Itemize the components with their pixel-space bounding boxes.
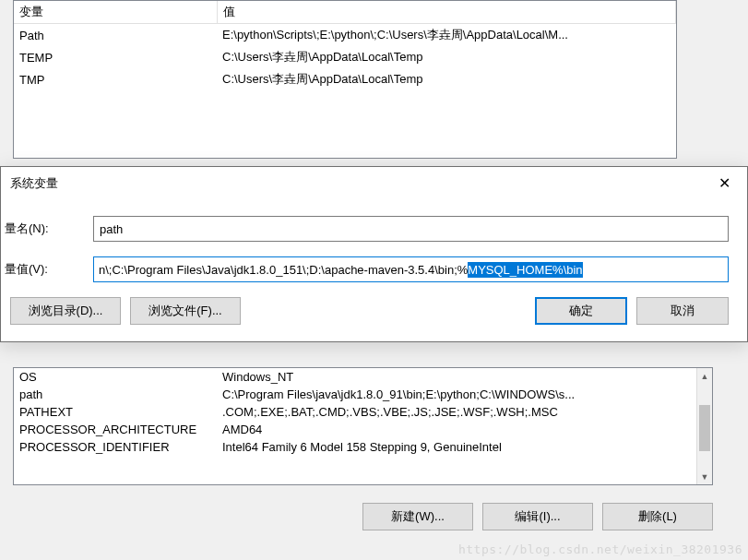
system-variables-buttons: 新建(W)... 编辑(I)... 删除(L) (362, 503, 713, 530)
table-header-row: 变量 值 (14, 1, 676, 24)
cell-val: Intel64 Family 6 Model 158 Stepping 9, G… (217, 438, 712, 456)
browse-file-button[interactable]: 浏览文件(F)... (130, 297, 241, 325)
scrollbar[interactable]: ▲ ▼ (696, 368, 712, 484)
table-row[interactable]: path C:\Program Files\java\jdk1.8.0_91\b… (14, 386, 712, 403)
cell-var: path (14, 386, 217, 403)
table-row[interactable]: TMP C:\Users\李垚周\AppData\Local\Temp (14, 68, 676, 90)
table-row[interactable]: PATHEXT .COM;.EXE;.BAT;.CMD;.VBS;.VBE;.J… (14, 403, 712, 421)
user-variables-table: 变量 值 Path E:\python\Scripts\;E:\python\;… (13, 0, 677, 159)
col-value[interactable]: 值 (217, 1, 676, 24)
cell-val: AMD64 (217, 421, 712, 438)
browse-directory-button[interactable]: 浏览目录(D)... (10, 297, 121, 325)
ok-button[interactable]: 确定 (535, 297, 627, 325)
cell-var: OS (14, 368, 217, 386)
table-row[interactable]: OS Windows_NT (14, 368, 712, 386)
value-selection: MYSQL_HOME%\bin (468, 262, 582, 278)
table-row[interactable]: Path E:\python\Scripts\;E:\python\;C:\Us… (14, 24, 676, 47)
cell-var: TEMP (14, 46, 217, 68)
system-variables-table: OS Windows_NT path C:\Program Files\java… (13, 367, 713, 485)
cell-var: PATHEXT (14, 403, 217, 421)
variable-value-input[interactable]: n\;C:\Program Files\Java\jdk1.8.0_151\;D… (93, 256, 729, 282)
dialog-titlebar[interactable]: 系统变量 ✕ (1, 167, 747, 199)
value-text: n\;C:\Program Files\Java\jdk1.8.0_151\;D… (99, 263, 468, 277)
dialog-title: 系统变量 (10, 175, 58, 192)
col-variable[interactable]: 变量 (14, 1, 217, 24)
edit-variable-dialog: 系统变量 ✕ 量名(N): 量值(V): n\;C:\Program Files… (0, 166, 748, 342)
cancel-button[interactable]: 取消 (636, 297, 729, 325)
variable-name-input[interactable] (93, 216, 729, 242)
table-row[interactable]: PROCESSOR_ARCHITECTURE AMD64 (14, 421, 712, 438)
cell-val: C:\Users\李垚周\AppData\Local\Temp (217, 46, 676, 68)
cell-var: PROCESSOR_ARCHITECTURE (14, 421, 217, 438)
close-icon[interactable]: ✕ (711, 173, 738, 194)
cell-var: TMP (14, 68, 217, 90)
cell-val: C:\Program Files\java\jdk1.8.0_91\bin;E:… (217, 386, 712, 403)
scroll-thumb[interactable] (699, 405, 710, 451)
table-row[interactable]: PROCESSOR_IDENTIFIER Intel64 Family 6 Mo… (14, 438, 712, 456)
table-row[interactable]: TEMP C:\Users\李垚周\AppData\Local\Temp (14, 46, 676, 68)
watermark: https://blog.csdn.net/weixin_38201936 (458, 542, 742, 556)
delete-button[interactable]: 删除(L) (602, 503, 713, 530)
cell-val: C:\Users\李垚周\AppData\Local\Temp (217, 68, 676, 90)
cell-val: .COM;.EXE;.BAT;.CMD;.VBS;.VBE;.JS;.JSE;.… (217, 403, 712, 421)
edit-button[interactable]: 编辑(I)... (482, 503, 593, 530)
cell-val: Windows_NT (217, 368, 712, 386)
new-button[interactable]: 新建(W)... (362, 503, 473, 530)
cell-var: Path (14, 24, 217, 47)
cell-var: PROCESSOR_IDENTIFIER (14, 438, 217, 456)
cell-val: E:\python\Scripts\;E:\python\;C:\Users\李… (217, 24, 676, 47)
variable-name-label: 量名(N): (1, 220, 93, 237)
variable-value-label: 量值(V): (1, 261, 93, 278)
scroll-down-icon[interactable]: ▼ (697, 469, 712, 484)
scroll-up-icon[interactable]: ▲ (697, 368, 712, 384)
